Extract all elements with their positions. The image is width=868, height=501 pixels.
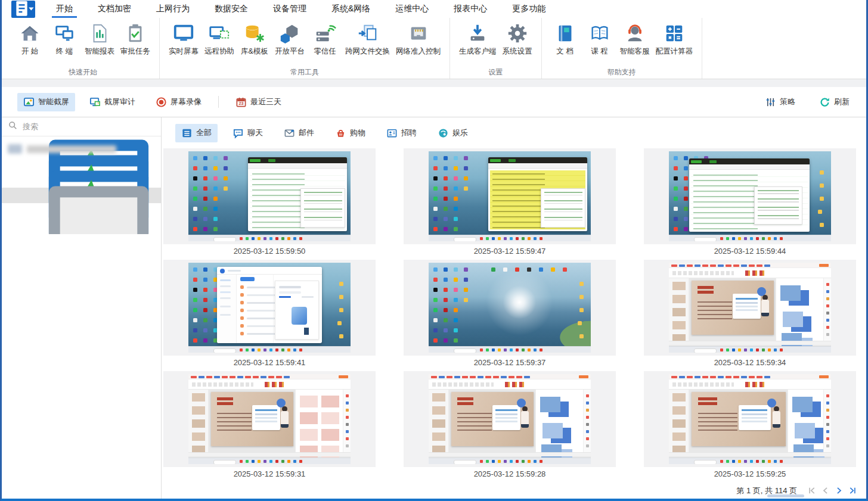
screenshot-cell[interactable]: 2025-03-12 15:59:25 — [644, 371, 856, 483]
search-input[interactable] — [21, 122, 161, 132]
span: 零信任 — [314, 46, 336, 57]
tab-运维中心[interactable]: 运维中心 — [383, 0, 441, 18]
ribbon-item-零信任[interactable]: 零信任 — [308, 21, 342, 58]
line — [594, 30, 598, 31]
page-next-button[interactable] — [834, 486, 844, 496]
div-wstrip — [343, 390, 351, 456]
div-wslide — [692, 281, 774, 335]
tab-报表中心[interactable]: 报表中心 — [441, 0, 500, 18]
page-last-button[interactable] — [848, 486, 858, 496]
div-wtop — [669, 374, 831, 379]
filter-全部[interactable]: 全部 — [175, 124, 218, 142]
ribbon-item-跨网文件交换[interactable]: 跨网文件交换 — [342, 21, 393, 58]
ribbon-item-智能报表[interactable]: 智能报表 — [82, 21, 117, 58]
ribbon-item-课 程[interactable]: 课 程 — [582, 21, 617, 58]
list-all-icon — [181, 127, 193, 139]
app-menu-button[interactable] — [11, 1, 35, 18]
screenshot-cell[interactable]: 2025-03-12 15:59:37 — [404, 260, 616, 371]
screenshot-matte — [404, 260, 616, 356]
screenshot-cell[interactable]: 2025-03-12 15:59:31 — [163, 371, 376, 483]
span: 生成客户端 — [459, 46, 497, 57]
span: 智能截屏 — [38, 97, 69, 107]
div-tk — [188, 458, 351, 464]
ribbon-item-网络准入控制[interactable]: 网络准入控制 — [393, 21, 444, 58]
tab-上网行为[interactable]: 上网行为 — [144, 0, 202, 18]
body-row: 未分组 [3/4]10_1_8_16LAPTOP-7PAC2MTUwywWIN-… — [2, 117, 866, 499]
ribbon-item-远程协助[interactable]: 远程协助 — [202, 21, 237, 58]
filter-招聘[interactable]: 招聘 — [380, 124, 423, 142]
toolbar-策略[interactable]: 策略 — [759, 93, 801, 111]
ribbon-item-开 始[interactable]: 开 始 — [13, 21, 47, 58]
tab-设备管理[interactable]: 设备管理 — [261, 0, 319, 18]
g — [236, 132, 241, 133]
rect — [102, 34, 104, 38]
ribbon-item-实时屏幕[interactable]: 实时屏幕 — [166, 21, 202, 58]
screenshot-matte — [404, 148, 616, 244]
toolbar-截屏审计[interactable]: 截屏审计 — [83, 93, 141, 111]
rect — [60, 197, 138, 234]
span: 购物 — [350, 127, 365, 138]
rect — [175, 26, 193, 38]
policy-sliders-icon — [765, 97, 776, 108]
span: 策略 — [780, 97, 795, 107]
screenshot-cell[interactable]: 2025-03-12 15:59:44 — [644, 148, 856, 260]
screenshot-cell[interactable]: 2025-03-12 15:59:34 — [644, 260, 856, 371]
filter-娱乐[interactable]: 娱乐 — [432, 124, 474, 142]
toolbar-屏幕录像[interactable]: 屏幕录像 — [150, 93, 207, 111]
page-first-button[interactable] — [807, 486, 817, 496]
path — [29, 8, 33, 11]
tab-更多功能[interactable]: 更多功能 — [500, 0, 558, 18]
toolbar-智能截屏[interactable]: 智能截屏 — [17, 93, 75, 111]
entertainment-icon — [438, 127, 449, 139]
tab-开始[interactable]: 开始 — [44, 0, 85, 18]
i-wgirl — [773, 406, 780, 430]
path — [475, 25, 481, 33]
div-tb2 — [248, 157, 347, 163]
ribbon-item-智能客服[interactable]: 智能客服 — [617, 21, 653, 58]
tab-数据安全[interactable]: 数据安全 — [202, 0, 261, 18]
ribbon-item-库&模板[interactable]: 库&模板 — [237, 21, 272, 58]
div-wfoot — [669, 452, 831, 456]
filter-购物[interactable]: 购物 — [329, 124, 371, 142]
rect — [221, 31, 228, 38]
screenshot-matte — [644, 371, 856, 467]
ribbon-group: 实时屏幕远程协助库&模板开放平台零信任跨网文件交换网络准入控制常用工具 — [160, 18, 450, 79]
span: 全部 — [196, 127, 212, 138]
screenshot-matte — [163, 371, 376, 467]
redacted-block — [27, 145, 116, 153]
div-tk — [669, 235, 831, 241]
ribbon-item-生成客户端[interactable]: 生成客户端 — [456, 21, 500, 58]
tab-文档加密[interactable]: 文档加密 — [85, 0, 144, 18]
tab-系统&网络[interactable]: 系统&网络 — [319, 0, 383, 18]
screenshot-timestamp: 2025-03-12 15:59:37 — [404, 356, 616, 371]
ribbon-item-审批任务[interactable]: 审批任务 — [117, 21, 153, 58]
ribbon-item-系统设置[interactable]: 系统设置 — [500, 21, 535, 58]
screenshot-cell[interactable]: 2025-03-12 15:59:50 — [163, 148, 376, 260]
page-first-icon — [807, 486, 817, 496]
horizontal-scrollbar-thumb[interactable] — [767, 494, 804, 497]
div-cn — [217, 275, 237, 343]
ribbon-item-终 端[interactable]: 终 端 — [47, 21, 82, 58]
rect — [388, 129, 396, 136]
screenshot-cell[interactable]: 2025-03-12 15:59:47 — [404, 148, 616, 260]
div-wleft — [429, 390, 449, 456]
filter-邮件[interactable]: 邮件 — [278, 124, 320, 142]
library-template-icon — [243, 22, 266, 45]
toolbar-date-filter[interactable]: 23最近三天 — [230, 93, 287, 111]
ribbon-item-配置计算器[interactable]: 配置计算器 — [653, 21, 696, 58]
screenshot-cell[interactable]: 2025-03-12 15:59:28 — [404, 371, 616, 483]
main-panel: 全部聊天邮件购物招聘娱乐 2025-03-12 15:59:50 2025-03… — [162, 117, 866, 499]
rect — [66, 39, 70, 41]
ribbon-item-开放平台[interactable]: 开放平台 — [272, 21, 308, 58]
ribbon-item-文 档[interactable]: 文 档 — [548, 21, 582, 58]
i-wcard — [739, 405, 771, 430]
div-wright — [776, 278, 823, 345]
page-prev-button[interactable] — [820, 486, 830, 496]
docs-book-icon — [554, 22, 576, 45]
filter-聊天[interactable]: 聊天 — [227, 124, 269, 142]
screenshot-cell[interactable]: 2025-03-12 15:59:41 — [163, 260, 376, 371]
toolbar-刷新[interactable]: 刷新 — [813, 93, 855, 111]
path — [822, 98, 829, 105]
rect — [417, 29, 418, 32]
i-wcard — [252, 405, 280, 430]
